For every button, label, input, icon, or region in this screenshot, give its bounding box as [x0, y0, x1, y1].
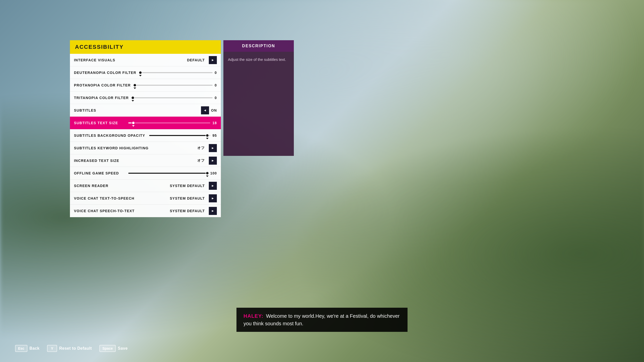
description-text: Adjust the size of the subtitles text.	[228, 57, 286, 62]
slider-offline-game-speed[interactable]	[128, 173, 208, 174]
row-deuteranopia[interactable]: DEUTERANOPIA COLOR FILTER 0	[70, 66, 221, 79]
arrow-interface-visuals[interactable]	[209, 56, 217, 64]
btn-save[interactable]: Space Save	[99, 345, 128, 352]
slider-track-bg-opacity	[149, 135, 210, 136]
value-voice-chat-tts: SYSTEM DEFAULT	[170, 196, 205, 200]
settings-panel: ACCESSIBILITY INTERFACE VISUALS DEFAULT …	[70, 40, 221, 217]
value-offline-game-speed: 100	[210, 171, 217, 175]
arrow-left-subtitles[interactable]	[201, 106, 209, 114]
subtitle-bar: HALEY: Welcome to my world.Hey, we're at…	[236, 308, 408, 332]
slider-track-deuteranopia	[140, 72, 213, 73]
slider-fill-bg-opacity	[149, 135, 207, 136]
btn-back[interactable]: Esc Back	[15, 345, 39, 352]
value-subtitles: ON	[211, 108, 217, 112]
row-voice-chat-stt[interactable]: VOICE CHAT SPEECH-TO-TEXT SYSTEM DEFAULT	[70, 205, 221, 217]
bottom-bar: Esc Back Y Reset to Default Space Save	[15, 345, 128, 352]
value-subtitles-bg-opacity: 95	[212, 133, 217, 138]
description-content: Adjust the size of the subtitles text.	[223, 52, 294, 68]
slider-thumb-deuteranopia	[139, 71, 142, 74]
label-back: Back	[29, 346, 39, 351]
value-tritanopia: 0	[215, 96, 217, 100]
slider-marker-bg-opacity	[206, 138, 209, 139]
slider-deuteranopia[interactable]	[140, 72, 213, 73]
label-tritanopia: TRITANOPIA COLOR FILTER	[74, 96, 129, 100]
description-title: DESCRIPTION	[242, 44, 275, 48]
slider-thumb-bg-opacity	[206, 134, 209, 137]
slider-thumb-subtitles-text-size	[132, 121, 135, 125]
slider-thumb-tritanopia	[131, 96, 135, 100]
value-deuteranopia: 0	[215, 71, 217, 75]
label-subtitles: SUBTITLES	[74, 108, 124, 112]
description-header: DESCRIPTION	[223, 40, 294, 52]
slider-marker-subtitles-text-size	[132, 125, 135, 127]
slider-track-offline-speed	[128, 173, 208, 174]
slider-track-tritanopia	[133, 97, 213, 98]
value-increased-text-size: オフ	[197, 158, 205, 163]
panel-header: ACCESSIBILITY	[70, 40, 221, 54]
slider-fill-offline-speed	[128, 173, 207, 174]
label-deuteranopia: DEUTERANOPIA COLOR FILTER	[74, 71, 136, 75]
slider-subtitles-text-size[interactable]	[128, 122, 210, 123]
value-subtitles-text-size: 18	[212, 121, 217, 125]
label-voice-chat-tts: VOICE CHAT TEXT-TO-SPEECH	[74, 196, 134, 200]
key-y: Y	[47, 345, 57, 352]
label-subtitles-text-size: SUBTITLES TEXT SIZE	[74, 121, 124, 125]
slider-marker-tritanopia	[132, 100, 134, 102]
row-screen-reader[interactable]: SCREEN READER SYSTEM DEFAULT	[70, 179, 221, 192]
label-voice-chat-stt: VOICE CHAT SPEECH-TO-TEXT	[74, 209, 135, 213]
arrow-voice-chat-tts[interactable]	[209, 194, 217, 202]
settings-list: INTERFACE VISUALS DEFAULT DEUTERANOPIA C…	[70, 54, 221, 217]
label-reset: Reset to Default	[59, 346, 92, 351]
row-offline-game-speed[interactable]: OFFLINE GAME SPEED 100	[70, 167, 221, 179]
key-space: Space	[99, 345, 116, 352]
subtitle-text: Welcome to my world.Hey, we're at a Fest…	[244, 313, 399, 326]
label-increased-text-size: INCREASED TEXT SIZE	[74, 159, 124, 163]
slider-thumb-protanopia	[133, 83, 137, 87]
label-save: Save	[118, 346, 128, 351]
label-interface-visuals: INTERFACE VISUALS	[74, 58, 124, 62]
slider-subtitles-bg-opacity[interactable]	[149, 135, 210, 136]
slider-marker-deuteranopia	[139, 75, 142, 76]
row-interface-visuals[interactable]: INTERFACE VISUALS DEFAULT	[70, 54, 221, 66]
value-subtitles-keyword: オフ	[197, 146, 205, 150]
row-tritanopia[interactable]: TRITANOPIA COLOR FILTER 0	[70, 92, 221, 104]
arrow-screen-reader[interactable]	[209, 182, 217, 190]
slider-thumb-offline-speed	[206, 171, 209, 175]
panel-title: ACCESSIBILITY	[75, 44, 124, 50]
row-subtitles-bg-opacity[interactable]: SUBTITLES BACKGROUND OPACITY 95	[70, 129, 221, 142]
description-panel: DESCRIPTION Adjust the size of the subti…	[223, 40, 294, 156]
value-protanopia: 0	[215, 83, 217, 87]
arrow-voice-chat-stt[interactable]	[209, 207, 217, 215]
row-subtitles-text-size[interactable]: SUBTITLES TEXT SIZE 18	[70, 117, 221, 129]
label-subtitles-bg-opacity: SUBTITLES BACKGROUND OPACITY	[74, 133, 145, 138]
slider-track-protanopia	[135, 85, 213, 86]
arrow-increased-text-size[interactable]	[209, 157, 217, 165]
label-offline-game-speed: OFFLINE GAME SPEED	[74, 171, 124, 175]
value-interface-visuals: DEFAULT	[187, 58, 205, 62]
label-screen-reader: SCREEN READER	[74, 184, 124, 188]
slider-marker-offline-speed	[206, 175, 209, 177]
panel-area: ACCESSIBILITY INTERFACE VISUALS DEFAULT …	[70, 40, 294, 217]
value-screen-reader: SYSTEM DEFAULT	[170, 184, 205, 188]
label-subtitles-keyword: SUBTITLES KEYWORD HIGHLIGHTING	[74, 146, 149, 150]
key-esc: Esc	[15, 345, 27, 352]
arrow-subtitles-keyword[interactable]	[209, 144, 217, 152]
slider-protanopia[interactable]	[135, 85, 213, 86]
row-subtitles[interactable]: SUBTITLES ON	[70, 104, 221, 117]
subtitles-value-area: ON	[201, 106, 217, 114]
row-voice-chat-tts[interactable]: VOICE CHAT TEXT-TO-SPEECH SYSTEM DEFAULT	[70, 192, 221, 205]
value-voice-chat-stt: SYSTEM DEFAULT	[170, 209, 205, 213]
row-increased-text-size[interactable]: INCREASED TEXT SIZE オフ	[70, 154, 221, 167]
label-protanopia: PROTANOPIA COLOR FILTER	[74, 83, 131, 87]
slider-track-subtitles-text-size	[128, 122, 210, 123]
slider-marker-protanopia	[134, 87, 136, 89]
row-subtitles-keyword[interactable]: SUBTITLES KEYWORD HIGHLIGHTING オフ	[70, 142, 221, 154]
btn-reset[interactable]: Y Reset to Default	[47, 345, 92, 352]
slider-tritanopia[interactable]	[133, 97, 213, 98]
row-protanopia[interactable]: PROTANOPIA COLOR FILTER 0	[70, 79, 221, 92]
subtitle-speaker: HALEY:	[244, 313, 263, 319]
